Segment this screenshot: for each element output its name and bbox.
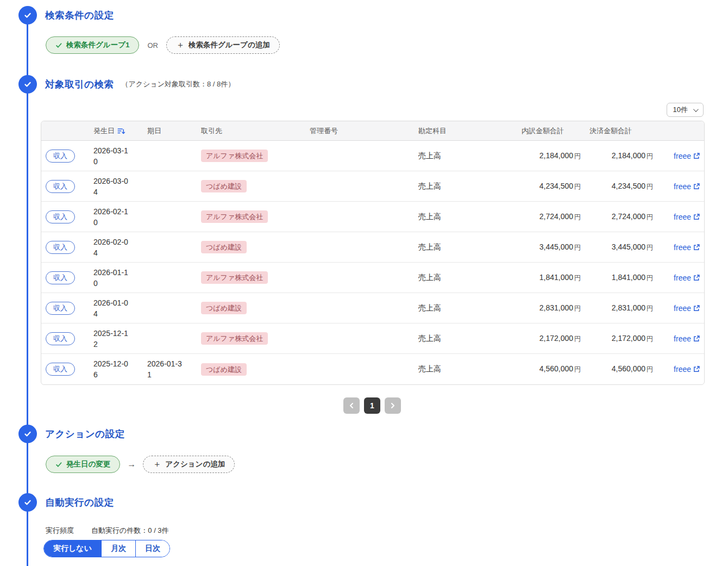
issue-date: 2026-02-04 bbox=[93, 237, 131, 258]
management-number bbox=[305, 354, 414, 384]
freee-link[interactable]: freee bbox=[674, 152, 700, 160]
check-icon bbox=[55, 461, 62, 468]
freee-link[interactable]: freee bbox=[674, 365, 700, 374]
breakdown-total: 2,831,000円 bbox=[517, 293, 585, 324]
col-settlement-total: 決済金額合計 bbox=[585, 121, 657, 141]
frequency-option-none[interactable]: 実行しない bbox=[44, 540, 101, 557]
step-check-circle bbox=[18, 75, 37, 94]
partner-tag: アルファ株式会社 bbox=[201, 271, 268, 284]
account-item: 売上高 bbox=[414, 141, 517, 171]
breakdown-total: 3,445,000円 bbox=[517, 232, 585, 263]
partner-tag: アルファ株式会社 bbox=[201, 332, 268, 345]
page-size-select[interactable]: 10件 bbox=[667, 103, 704, 117]
table-row: 収入 2025-12-06 2026-01-31 つばめ建設 売上高 4,560… bbox=[41, 354, 704, 384]
col-partner: 取引先 bbox=[197, 121, 305, 141]
step-target-transactions-header: 対象取引の検索 （アクション対象取引数：8 / 8件） bbox=[0, 75, 728, 94]
check-icon bbox=[23, 430, 32, 438]
income-badge: 収入 bbox=[46, 180, 75, 193]
freee-link[interactable]: freee bbox=[674, 243, 700, 252]
management-number bbox=[305, 263, 414, 293]
income-badge: 収入 bbox=[46, 332, 75, 345]
col-account-item: 勘定科目 bbox=[414, 121, 517, 141]
chevron-down-icon bbox=[693, 107, 699, 112]
income-badge: 収入 bbox=[46, 150, 75, 163]
frequency-option-monthly[interactable]: 月次 bbox=[101, 540, 135, 557]
workflow-settings-page: 検索条件の設定 検索条件グループ1 OR ＋ 検索条件グループの追加 対象取引の… bbox=[0, 0, 728, 566]
auto-run-count-label: 自動実行の件数：0 / 3件 bbox=[91, 526, 169, 536]
step-actions-header: アクションの設定 bbox=[0, 425, 728, 443]
action-button[interactable]: 発生日の変更 bbox=[46, 456, 120, 473]
external-link-icon bbox=[693, 275, 700, 281]
external-link-icon bbox=[693, 183, 700, 190]
frequency-option-daily[interactable]: 日次 bbox=[135, 540, 170, 557]
add-action-button-label: アクションの追加 bbox=[165, 459, 225, 469]
breakdown-total: 2,724,000円 bbox=[517, 202, 585, 232]
pagination-next-button[interactable] bbox=[385, 397, 401, 414]
freee-link[interactable]: freee bbox=[674, 273, 700, 282]
settlement-total: 2,184,000円 bbox=[585, 141, 657, 171]
partner-tag: つばめ建設 bbox=[201, 241, 247, 253]
settlement-total: 2,724,000円 bbox=[585, 202, 657, 232]
external-link-icon bbox=[693, 214, 700, 220]
action-button-label: 発生日の変更 bbox=[66, 459, 110, 469]
table-row: 収入 2026-03-10 アルファ株式会社 売上高 2,184,000円 2,… bbox=[41, 141, 704, 171]
settlement-total: 3,445,000円 bbox=[585, 232, 657, 263]
breakdown-total: 4,234,500円 bbox=[517, 171, 585, 202]
step-check-circle bbox=[18, 493, 37, 512]
income-badge: 収入 bbox=[46, 271, 75, 284]
table-row: 収入 2026-02-04 つばめ建設 売上高 3,445,000円 3,445… bbox=[41, 232, 704, 263]
col-issue-date: 発生日 bbox=[89, 121, 143, 141]
sort-descending-icon bbox=[117, 127, 125, 135]
management-number bbox=[305, 202, 414, 232]
management-number bbox=[305, 324, 414, 354]
col-management-number: 管理番号 bbox=[305, 121, 414, 141]
account-item: 売上高 bbox=[414, 202, 517, 232]
plus-icon: ＋ bbox=[176, 41, 185, 49]
breakdown-total: 2,172,000円 bbox=[517, 324, 585, 354]
issue-date: 2026-01-10 bbox=[93, 267, 131, 289]
settlement-total: 4,560,000円 bbox=[585, 354, 657, 384]
add-action-button[interactable]: ＋ アクションの追加 bbox=[143, 456, 235, 473]
table-row: 収入 2026-01-10 アルファ株式会社 売上高 1,841,000円 1,… bbox=[41, 263, 704, 293]
target-transaction-count-note: （アクション対象取引数：8 / 8件） bbox=[121, 79, 235, 89]
freee-link[interactable]: freee bbox=[674, 213, 700, 221]
management-number bbox=[305, 293, 414, 324]
stepper-line bbox=[27, 16, 28, 566]
issue-date: 2026-01-04 bbox=[93, 297, 131, 319]
check-icon bbox=[23, 80, 32, 89]
step-check-circle bbox=[18, 6, 37, 24]
add-search-condition-group-button[interactable]: ＋ 検索条件グループの追加 bbox=[166, 36, 280, 54]
settlement-total: 2,172,000円 bbox=[585, 324, 657, 354]
step-title: 自動実行の設定 bbox=[45, 496, 114, 509]
chevron-right-icon bbox=[391, 403, 395, 408]
search-condition-group-label: 検索条件グループ1 bbox=[66, 40, 129, 50]
partner-tag: つばめ建設 bbox=[201, 363, 247, 376]
issue-date: 2026-03-04 bbox=[93, 176, 131, 197]
partner-tag: アルファ株式会社 bbox=[201, 210, 268, 223]
pagination-page-1[interactable]: 1 bbox=[364, 397, 380, 414]
table-row: 収入 2025-12-12 アルファ株式会社 売上高 2,172,000円 2,… bbox=[41, 324, 704, 354]
table-header-row: 発生日 期日 取引先 管理番号 勘定科目 内訳金額合計 決済金額合計 bbox=[41, 121, 704, 141]
step-auto-run-header: 自動実行の設定 bbox=[0, 493, 728, 512]
search-condition-group-button[interactable]: 検索条件グループ1 bbox=[46, 36, 139, 54]
income-badge: 収入 bbox=[46, 241, 75, 254]
table-row: 収入 2026-01-04 つばめ建設 売上高 2,831,000円 2,831… bbox=[41, 293, 704, 324]
external-link-icon bbox=[693, 244, 700, 251]
freee-link[interactable]: freee bbox=[674, 182, 700, 191]
pagination-prev-button[interactable] bbox=[343, 397, 360, 414]
check-icon bbox=[55, 42, 62, 49]
freee-link[interactable]: freee bbox=[674, 304, 700, 313]
step-search-conditions-header: 検索条件の設定 bbox=[0, 6, 728, 24]
or-label: OR bbox=[147, 41, 158, 49]
income-badge: 収入 bbox=[46, 210, 75, 223]
chevron-left-icon bbox=[349, 403, 354, 408]
account-item: 売上高 bbox=[414, 232, 517, 263]
check-icon bbox=[23, 498, 32, 507]
freee-link[interactable]: freee bbox=[674, 334, 700, 343]
sort-by-issue-date[interactable]: 発生日 bbox=[93, 126, 125, 136]
plus-icon: ＋ bbox=[153, 460, 161, 469]
arrow-right-icon: → bbox=[127, 459, 136, 469]
account-item: 売上高 bbox=[414, 324, 517, 354]
management-number bbox=[305, 232, 414, 263]
check-icon bbox=[23, 11, 32, 20]
